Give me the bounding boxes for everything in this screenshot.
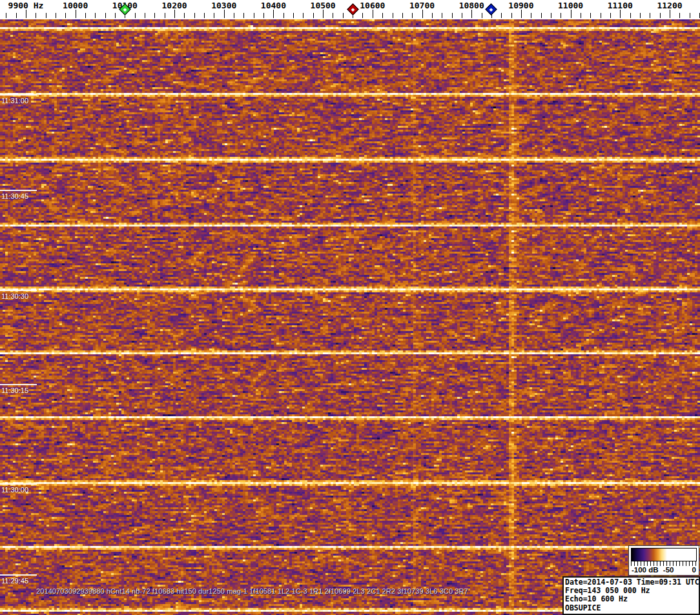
freq-axis-tick (243, 13, 244, 18)
freq-axis-tick (6, 13, 6, 18)
freq-axis-tick (165, 13, 165, 18)
info-echo: Echo=10 600 Hz (565, 595, 697, 603)
freq-axis-label: 10000 (63, 1, 88, 10)
freq-axis-tick (194, 13, 195, 18)
freq-axis-tick (462, 13, 462, 18)
marker-diamond-blue[interactable] (486, 3, 497, 15)
freq-axis-tick (581, 13, 581, 18)
freq-axis-tick (95, 13, 96, 18)
freq-axis-tick (343, 13, 344, 18)
info-observatory: OBSUPICE (565, 604, 697, 612)
freq-axis-tick (145, 13, 145, 18)
time-label: 11:30:15 (1, 387, 28, 394)
time-label: 11:30:45 (1, 192, 28, 200)
freq-axis-tick (204, 13, 205, 18)
marker-center-dot (489, 8, 493, 12)
freq-axis-tick (630, 13, 631, 18)
freq-axis-tick (670, 10, 670, 18)
freq-axis-label: 10900 (508, 1, 533, 10)
freq-axis-tick (263, 13, 264, 18)
freq-axis-tick (65, 13, 66, 18)
time-label: 11:29:45 (1, 577, 28, 585)
freq-axis-tick (174, 10, 175, 18)
intensity-colorbar: -100 dB -50 0 (628, 545, 699, 576)
freq-axis-tick (36, 13, 36, 18)
freq-axis-tick (650, 13, 650, 18)
freq-axis-tick (471, 10, 472, 18)
freq-axis-tick (610, 13, 611, 18)
time-label: 11:31:00 (1, 97, 28, 105)
freq-axis-tick (452, 13, 453, 18)
freq-axis-tick (184, 13, 185, 18)
freq-axis-label: 10200 (161, 1, 187, 10)
observation-info-box: Date=2014-07-03 Time=09:31 UTC Freq=143 … (562, 576, 700, 615)
time-tick (0, 290, 37, 291)
freq-axis-tick (105, 13, 106, 18)
freq-axis-tick (402, 13, 403, 18)
freq-axis-label: 10600 (360, 1, 385, 10)
time-tick (0, 483, 37, 485)
freq-axis-tick (214, 13, 214, 18)
colorbar-label-max: 0 (692, 566, 696, 574)
freq-axis-tick (640, 13, 641, 18)
freq-axis-tick (254, 13, 254, 18)
freq-axis-tick (422, 10, 423, 18)
colorbar-label-min: -100 dB (632, 566, 659, 574)
freq-axis-tick (501, 13, 502, 18)
freq-axis-tick (511, 13, 512, 18)
freq-axis-tick (531, 13, 531, 18)
time-label: 11:30:00 (1, 486, 28, 494)
freq-axis-tick (551, 13, 551, 18)
freq-axis-tick (690, 13, 690, 18)
marker-center-dot (123, 8, 127, 12)
freq-axis-tick (76, 10, 76, 18)
freq-axis-tick (313, 13, 314, 18)
freq-axis-tick (521, 10, 522, 18)
marker-center-dot (351, 8, 355, 12)
freq-axis-tick (16, 13, 17, 18)
freq-axis-tick (571, 10, 571, 18)
freq-axis-label: 10400 (261, 1, 286, 10)
freq-axis-tick (412, 13, 413, 18)
freq-axis-tick (601, 13, 601, 18)
freq-axis-tick (135, 13, 136, 18)
freq-axis-label: 10800 (459, 1, 484, 10)
colorbar-label-mid: -50 (663, 566, 674, 574)
freq-axis-tick (393, 13, 393, 18)
freq-axis-label: 11000 (558, 1, 583, 10)
freq-axis-label: 11100 (608, 1, 633, 10)
freq-axis-label: 10700 (409, 1, 435, 10)
freq-axis-tick (679, 13, 680, 18)
freq-axis-tick (26, 10, 26, 18)
colorbar-ticks (631, 561, 697, 566)
time-tick (0, 574, 37, 576)
freq-axis-tick (224, 10, 225, 18)
freq-axis-tick (362, 13, 363, 18)
spectrogram-app: 9900 Hz100001010010200103001040010500106… (0, 0, 700, 615)
freq-axis-tick (56, 13, 56, 18)
freq-axis-tick (541, 13, 542, 18)
freq-axis-label: 10300 (211, 1, 236, 10)
freq-axis-tick (46, 13, 46, 18)
freq-axis-tick (373, 10, 373, 18)
time-tick (0, 384, 37, 385)
freq-axis-tick (660, 13, 661, 18)
freq-axis-tick (234, 13, 234, 18)
freq-axis-tick (561, 13, 561, 18)
freq-axis-tick (382, 13, 383, 18)
freq-axis-tick (432, 13, 433, 18)
time-tick (0, 94, 37, 96)
freq-axis-tick (620, 10, 621, 18)
freq-axis-tick (85, 13, 86, 18)
detection-annotation-text: 20140703092939880 hCnt14 nb-72 f10683 hi… (36, 587, 468, 595)
spectrogram-canvas (0, 19, 700, 615)
colorbar-gradient (631, 548, 697, 561)
frequency-axis: 9900 Hz100001010010200103001040010500106… (0, 0, 700, 19)
freq-axis-tick (442, 13, 442, 18)
freq-axis-label: 11200 (657, 1, 682, 10)
freq-axis-tick (590, 13, 591, 18)
freq-axis-tick (273, 10, 274, 18)
freq-axis-tick (323, 10, 324, 18)
marker-diamond-red[interactable] (347, 3, 358, 15)
freq-axis-tick (303, 13, 304, 18)
